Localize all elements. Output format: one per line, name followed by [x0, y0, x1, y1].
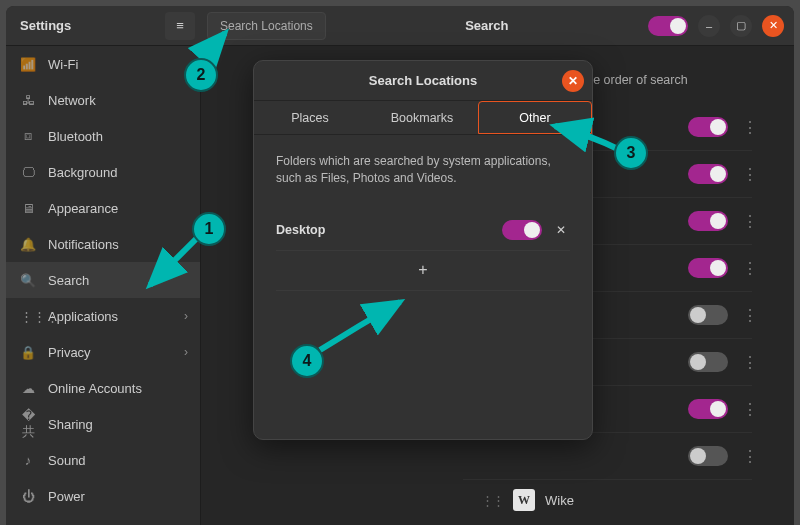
minimize-icon[interactable]: – [698, 15, 720, 37]
tab-bookmarks[interactable]: Bookmarks [366, 101, 478, 134]
close-icon[interactable]: ✕ [762, 15, 784, 37]
sidebar-icon: ⏻ [20, 489, 36, 504]
chevron-right-icon: › [184, 309, 188, 323]
sidebar-icon: 🖥 [20, 201, 36, 216]
sidebar-item-sound[interactable]: ♪Sound [6, 442, 200, 478]
location-label: Desktop [276, 223, 492, 237]
add-location-button[interactable]: + [276, 251, 570, 291]
sidebar-item-wi-fi[interactable]: 📶Wi-Fi [6, 46, 200, 82]
more-icon[interactable]: ⋮ [742, 259, 752, 278]
sidebar-item-network[interactable]: 🖧Network [6, 82, 200, 118]
sidebar[interactable]: 📶Wi-Fi🖧Network⧈Bluetooth🖵Background🖥Appe… [6, 46, 201, 525]
chevron-right-icon: › [184, 345, 188, 359]
tab-other[interactable]: Other [478, 101, 592, 134]
wike-label: Wike [545, 493, 574, 508]
titlebar: Settings ≡ Search Locations Search – ▢ ✕ [6, 6, 794, 46]
sidebar-icon: 🔔 [20, 237, 36, 252]
page-title: Search [326, 18, 648, 33]
sidebar-icon: 🖵 [20, 165, 36, 180]
sidebar-item-label: Notifications [48, 237, 119, 252]
result-row: ⋮ [463, 433, 752, 480]
sidebar-icon: 🔒 [20, 345, 36, 360]
drag-handle-icon[interactable]: ⋮⋮ [481, 493, 503, 508]
more-icon[interactable]: ⋮ [742, 306, 752, 325]
titlebar-left: Settings ≡ [6, 12, 201, 40]
sidebar-item-label: Sound [48, 453, 86, 468]
annotation-bubble-1: 1 [192, 212, 226, 246]
maximize-icon[interactable]: ▢ [730, 15, 752, 37]
sidebar-icon: ⋮⋮⋮ [20, 309, 36, 324]
location-toggle[interactable] [502, 220, 542, 240]
sidebar-icon: 🖧 [20, 93, 36, 108]
location-row-desktop: Desktop ✕ [276, 211, 570, 251]
sidebar-icon: 🔍 [20, 273, 36, 288]
more-icon[interactable]: ⋮ [742, 118, 752, 137]
dialog-title: Search Locations [369, 73, 477, 88]
sidebar-item-label: Bluetooth [48, 129, 103, 144]
result-toggle[interactable] [688, 164, 728, 184]
search-locations-button[interactable]: Search Locations [207, 12, 326, 40]
more-icon[interactable]: ⋮ [742, 353, 752, 372]
sidebar-icon: ☁ [20, 381, 36, 396]
more-icon[interactable]: ⋮ [742, 212, 752, 231]
annotation-bubble-3: 3 [614, 136, 648, 170]
sidebar-item-label: Search [48, 273, 89, 288]
result-toggle[interactable] [688, 211, 728, 231]
search-locations-dialog: Search Locations ✕ PlacesBookmarksOther … [253, 60, 593, 440]
dialog-tabs: PlacesBookmarksOther [254, 101, 592, 135]
sidebar-icon: �共 [20, 408, 36, 441]
hamburger-icon[interactable]: ≡ [165, 12, 195, 40]
sidebar-icon: ♪ [20, 453, 36, 468]
tab-places[interactable]: Places [254, 101, 366, 134]
result-toggle[interactable] [688, 305, 728, 325]
search-locations-label: Search Locations [220, 19, 313, 33]
sidebar-item-power[interactable]: ⏻Power [6, 478, 200, 514]
sidebar-item-search[interactable]: 🔍Search [6, 262, 200, 298]
sidebar-item-bluetooth[interactable]: ⧈Bluetooth [6, 118, 200, 154]
dialog-close-icon[interactable]: ✕ [562, 70, 584, 92]
sidebar-item-sharing[interactable]: �共Sharing [6, 406, 200, 442]
sidebar-item-background[interactable]: 🖵Background [6, 154, 200, 190]
sidebar-item-label: Network [48, 93, 96, 108]
sidebar-item-label: Privacy [48, 345, 91, 360]
sidebar-item-notifications[interactable]: 🔔Notifications [6, 226, 200, 262]
result-toggle[interactable] [688, 446, 728, 466]
location-remove-icon[interactable]: ✕ [552, 223, 570, 237]
annotation-bubble-4: 4 [290, 344, 324, 378]
wike-app-icon: W [513, 489, 535, 511]
annotation-bubble-2: 2 [184, 58, 218, 92]
search-master-toggle[interactable] [648, 16, 688, 36]
dialog-header: Search Locations ✕ [254, 61, 592, 101]
sidebar-item-label: Background [48, 165, 117, 180]
sidebar-item-appearance[interactable]: 🖥Appearance [6, 190, 200, 226]
result-toggle[interactable] [688, 117, 728, 137]
dialog-description: Folders which are searched by system app… [276, 153, 570, 187]
sidebar-icon: 📶 [20, 57, 36, 72]
result-row-wike[interactable]: ⋮⋮ W Wike [481, 489, 574, 511]
sidebar-item-label: Sharing [48, 417, 93, 432]
more-icon[interactable]: ⋮ [742, 165, 752, 184]
sidebar-icon: ⧈ [20, 128, 36, 144]
sidebar-item-label: Power [48, 489, 85, 504]
more-icon[interactable]: ⋮ [742, 400, 752, 419]
sidebar-item-privacy[interactable]: 🔒Privacy› [6, 334, 200, 370]
more-icon[interactable]: ⋮ [742, 447, 752, 466]
sidebar-item-label: Wi-Fi [48, 57, 78, 72]
window-controls: – ▢ ✕ [648, 15, 794, 37]
result-toggle[interactable] [688, 258, 728, 278]
plus-icon: + [418, 261, 427, 279]
app-title: Settings [20, 18, 71, 33]
result-toggle[interactable] [688, 352, 728, 372]
sidebar-item-label: Appearance [48, 201, 118, 216]
result-toggle[interactable] [688, 399, 728, 419]
sidebar-item-online-accounts[interactable]: ☁Online Accounts [6, 370, 200, 406]
sidebar-item-applications[interactable]: ⋮⋮⋮Applications› [6, 298, 200, 334]
sidebar-item-label: Online Accounts [48, 381, 142, 396]
dialog-body: Folders which are searched by system app… [254, 135, 592, 439]
